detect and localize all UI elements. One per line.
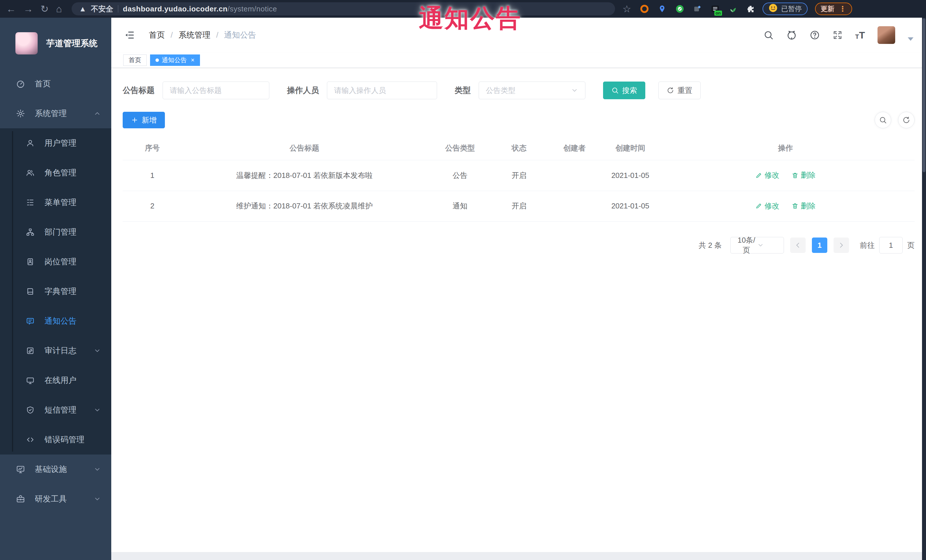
bookmark-star-icon[interactable]: ☆ [622,4,631,14]
back-button[interactable]: ← [6,4,16,14]
extensions-paused-pill[interactable]: 已暂停 [763,3,808,15]
font-size-icon[interactable]: TT [855,30,865,40]
cell-creator [545,191,604,222]
cell-title: 维护通知：2018-07-01 若依系统凌晨维护 [182,191,427,222]
col-header-status: 状态 [493,136,545,160]
sidebar-item-dev-tools[interactable]: 研发工具 [0,484,111,514]
operator-input[interactable] [327,82,437,99]
notice-title-input[interactable] [163,82,269,99]
book-icon [24,287,36,296]
breadcrumb-system[interactable]: 系统管理 [179,30,210,41]
help-icon[interactable] [809,30,820,40]
url-divider [118,5,118,12]
type-label: 类型 [455,85,471,96]
tag-home[interactable]: 首页 [123,54,147,66]
kebab-menu-icon[interactable]: ⋮ [839,5,846,14]
extensions-puzzle-icon[interactable] [746,4,755,14]
extension-sprout-icon[interactable] [728,4,737,14]
search-button[interactable]: 搜索 [603,82,645,99]
message-icon [24,317,36,325]
tags-view-bar: 首页 通知公告 × [111,53,926,68]
forward-button[interactable]: → [23,4,33,14]
scrollbar-thumb[interactable] [923,18,925,172]
extension-green-circle-icon[interactable] [675,4,684,14]
sidebar-item-roles[interactable]: 角色管理 [0,158,111,188]
filter-type-group: 类型 公告类型 [455,82,586,99]
goto-page-input[interactable] [879,237,903,254]
prev-page-button[interactable] [790,237,806,253]
sidebar-item-infrastructure[interactable]: 基础设施 [0,454,111,484]
sidebar-item-departments[interactable]: 部门管理 [0,217,111,247]
search-form: 公告标题 操作人员 类型 公告类型 搜索 [123,82,915,99]
sidebar-item-error-codes[interactable]: 错误码管理 [0,425,111,454]
add-button[interactable]: 新增 [123,112,165,128]
sidebar-item-posts[interactable]: 岗位管理 [0,247,111,276]
address-bar[interactable]: ▲ 不安全 dashboard.yudao.iocoder.cn/system/… [72,2,615,15]
delete-link[interactable]: 删除 [791,170,816,180]
chevron-down-icon [94,347,101,355]
sidebar-collapse-icon[interactable] [124,30,135,40]
show-search-button[interactable] [875,112,891,128]
avatar-caret-icon[interactable] [908,37,914,41]
tools-icon [15,494,26,504]
extension-orange-icon[interactable] [640,4,649,14]
edit-link[interactable]: 修改 [755,201,779,211]
extension-pin-icon[interactable] [658,4,667,14]
sidebar-item-menus[interactable]: 菜单管理 [0,188,111,217]
emoji-face-icon [768,3,778,15]
navbar-actions: TT [763,26,914,44]
sidebar-item-audit-log[interactable]: 审计日志 [0,336,111,365]
goto-label: 前往 [860,240,875,251]
cell-title: 温馨提醒：2018-07-01 若依新版本发布啦 [182,160,427,191]
sidebar-item-online-users[interactable]: 在线用户 [0,365,111,395]
app-title: 芋道管理系统 [46,38,98,49]
sidebar-item-users[interactable]: 用户管理 [0,128,111,158]
sidebar-item-notices[interactable]: 通知公告 [0,306,111,336]
chevron-down-icon [94,466,101,473]
page-suffix-label: 页 [907,240,915,251]
refresh-button[interactable] [898,112,915,128]
table-tools [875,112,915,128]
home-button[interactable]: ⌂ [56,4,62,14]
col-header-actions: 操作 [657,136,915,160]
reset-button[interactable]: 重置 [658,82,701,99]
github-icon[interactable] [786,30,797,41]
shield-icon [24,406,36,414]
notice-type-select[interactable]: 公告类型 [479,82,586,99]
tag-notices[interactable]: 通知公告 × [150,54,200,66]
notices-table: 序号 公告标题 公告类型 状态 创建者 创建时间 操作 1 温馨提醒：2018-… [123,136,915,222]
delete-link[interactable]: 删除 [791,201,816,211]
page-content: 公告标题 操作人员 类型 公告类型 搜索 [111,68,926,552]
infra-icon [15,465,26,474]
browser-chrome: ← → ↻ ⌂ ▲ 不安全 dashboard.yudao.iocoder.cn… [0,0,926,18]
cell-no: 1 [123,160,182,191]
sidebar-item-sms[interactable]: 短信管理 [0,395,111,425]
cell-no: 2 [123,191,182,222]
breadcrumb-separator: / [216,30,218,40]
page-scrollbar[interactable] [922,18,926,560]
sidebar-item-home[interactable]: 首页 [0,69,111,99]
filter-operator-group: 操作人员 [287,82,437,99]
next-page-button[interactable] [834,237,849,253]
sidebar-item-dictionary[interactable]: 字典管理 [0,276,111,306]
chevron-up-icon [94,110,101,117]
header-search-icon[interactable] [763,30,774,40]
page-size-select[interactable]: 10条/页 [730,237,784,254]
url-path: /system/notice [228,5,277,13]
browser-update-button[interactable]: 更新 ⋮ [815,3,852,15]
sidebar-item-system[interactable]: 系统管理 [0,99,111,128]
browser-extensions-row: ☆ on [622,4,755,14]
extension-diamond-icon[interactable] [693,4,702,14]
close-tag-icon[interactable]: × [191,56,195,64]
extension-bars-icon[interactable]: on [711,4,720,14]
reload-button[interactable]: ↻ [41,4,49,14]
edit-link[interactable]: 修改 [755,170,779,180]
page-1-button[interactable]: 1 [812,237,827,253]
goto-page-group: 前往 页 [860,237,915,254]
sidebar-logo-row[interactable]: 芋道管理系统 [0,18,111,69]
user-avatar[interactable] [878,26,895,44]
breadcrumb-home[interactable]: 首页 [149,30,165,41]
cell-creator [545,160,604,191]
fullscreen-icon[interactable] [832,30,843,40]
breadcrumb-current: 通知公告 [224,30,256,41]
